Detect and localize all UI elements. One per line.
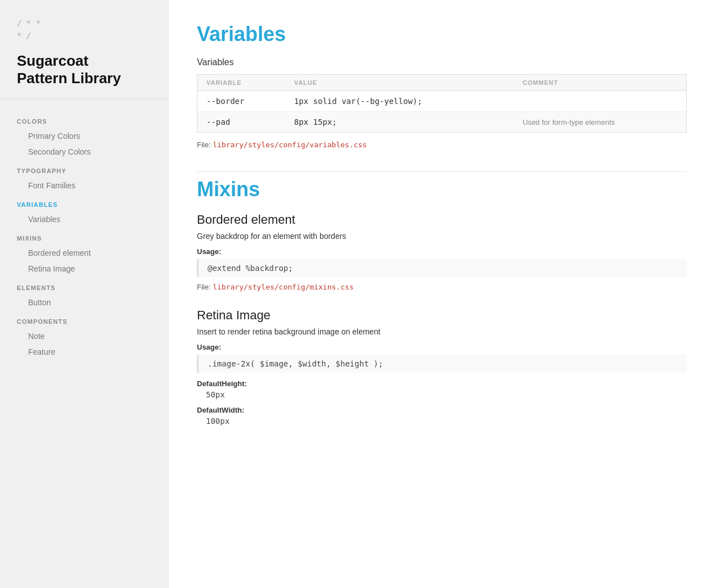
bordered-element-title: Bordered element: [197, 212, 687, 227]
variables-section: Variables Variables VARIABLE VALUE COMME…: [197, 22, 687, 172]
retina-image-title: Retina Image: [197, 308, 687, 323]
var-value-border: 1px solid var(--bg-yellow);: [285, 91, 514, 112]
sidebar-item-secondary-colors[interactable]: Secondary Colors: [0, 144, 169, 160]
bordered-element-usage-label: Usage:: [197, 247, 687, 256]
var-comment-border: [514, 91, 687, 112]
sidebar-title: Sugarcoat Pattern Library: [17, 52, 152, 87]
sidebar-section-elements[interactable]: ELEMENTS: [0, 277, 169, 295]
sidebar-item-feature[interactable]: Feature: [0, 344, 169, 360]
retina-image-default-height-value: 50px: [197, 390, 687, 399]
sidebar-item-note[interactable]: Note: [0, 328, 169, 344]
variables-file-path: library/styles/config/variables.css: [213, 141, 367, 149]
variables-file-ref: File: library/styles/config/variables.cs…: [197, 141, 687, 149]
sidebar-section-typography[interactable]: TYPOGRAPHY: [0, 160, 169, 178]
mixins-title: Mixins: [197, 178, 687, 201]
sidebar-item-bordered-element[interactable]: Bordered element: [0, 245, 169, 261]
sidebar-section-colors[interactable]: COLORS: [0, 110, 169, 128]
sidebar: / * * * / Sugarcoat Pattern Library COLO…: [0, 0, 169, 588]
code-comment: / * * * /: [17, 17, 152, 42]
retina-image-usage-code: .image-2x( $image, $width, $height );: [197, 355, 687, 373]
bordered-element-file-ref: File: library/styles/config/mixins.css: [197, 283, 687, 291]
variables-table: VARIABLE VALUE COMMENT --border 1px soli…: [197, 74, 687, 133]
sidebar-navigation: COLORS Primary Colors Secondary Colors T…: [0, 99, 169, 360]
table-row: --pad 8px 15px; Used for form-type eleme…: [197, 112, 687, 133]
sidebar-item-font-families[interactable]: Font Families: [0, 178, 169, 193]
col-variable: VARIABLE: [197, 75, 285, 91]
variables-title: Variables: [197, 22, 687, 46]
sidebar-logo-area: / * * * / Sugarcoat Pattern Library: [0, 0, 169, 99]
retina-image-default-height-label: DefaultHeight:: [197, 379, 687, 388]
retina-image-default-width-label: DefaultWidth:: [197, 406, 687, 414]
retina-image-desc: Insert to render retina background image…: [197, 327, 687, 336]
mixins-section: Mixins Bordered element Grey backdrop fo…: [197, 178, 687, 453]
retina-image-usage-label: Usage:: [197, 343, 687, 351]
retina-image-default-width-value: 100px: [197, 417, 687, 426]
var-value-pad: 8px 15px;: [285, 112, 514, 133]
var-name-border: --border: [197, 91, 285, 112]
bordered-element-file-path: library/styles/config/mixins.css: [213, 283, 353, 291]
bordered-element-usage-code: @extend %backdrop;: [197, 259, 687, 277]
sidebar-section-mixins[interactable]: MIXINS: [0, 227, 169, 245]
sidebar-item-button[interactable]: Button: [0, 295, 169, 310]
variables-subtitle: Variables: [197, 57, 687, 67]
col-comment: COMMENT: [514, 75, 687, 91]
sidebar-section-components[interactable]: COMPONENTS: [0, 310, 169, 328]
var-comment-pad: Used for form-type elements: [514, 112, 687, 133]
main-content: Variables Variables VARIABLE VALUE COMME…: [169, 0, 715, 588]
sidebar-item-retina-image[interactable]: Retina Image: [0, 261, 169, 277]
sidebar-item-primary-colors[interactable]: Primary Colors: [0, 128, 169, 144]
col-value: VALUE: [285, 75, 514, 91]
table-row: --border 1px solid var(--bg-yellow);: [197, 91, 687, 112]
bordered-element-desc: Grey backdrop for an element with border…: [197, 232, 687, 241]
sidebar-item-variables[interactable]: Variables: [0, 211, 169, 227]
sidebar-section-variables[interactable]: VARIABLES: [0, 193, 169, 211]
var-name-pad: --pad: [197, 112, 285, 133]
